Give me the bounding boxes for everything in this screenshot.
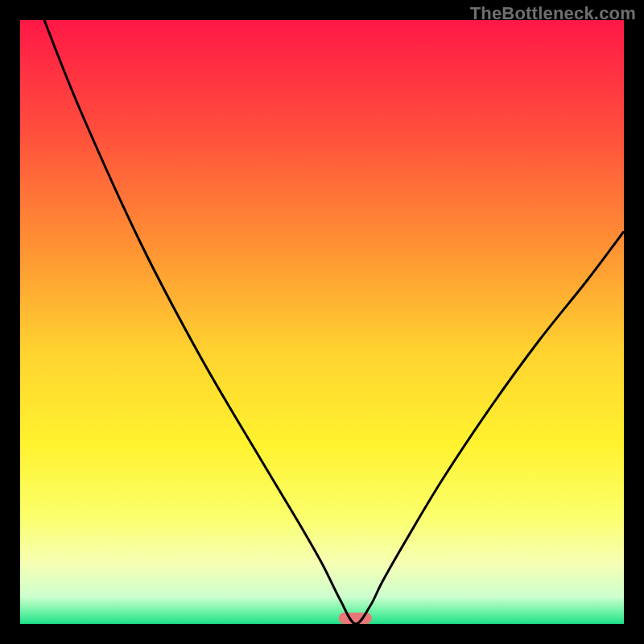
- optimal-marker: [339, 613, 372, 624]
- chart-frame: TheBottleneck.com: [0, 0, 644, 644]
- gradient-background: [20, 20, 624, 624]
- bottleneck-plot: [20, 20, 624, 624]
